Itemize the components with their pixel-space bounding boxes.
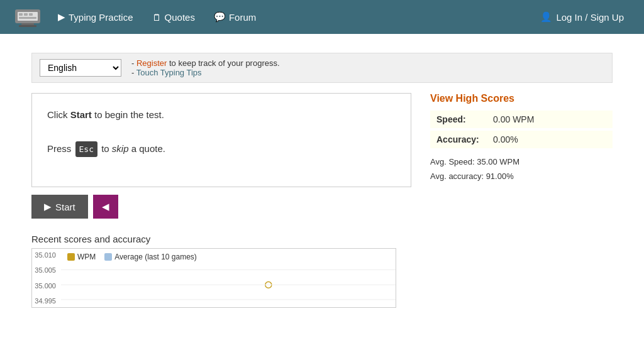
svg-rect-5: [19, 17, 36, 19]
nav-quotes[interactable]: 🗒 Quotes: [145, 8, 203, 26]
back-button[interactable]: ◀: [93, 195, 118, 219]
view-high-scores-link[interactable]: View High Scores: [430, 93, 613, 104]
legend-wpm-color: [67, 253, 75, 261]
accuracy-row: Accuracy: 0.00%: [430, 131, 613, 148]
y-label-2: 35.000: [35, 282, 58, 290]
chart-plot: WPM Average (last 10 games): [61, 249, 396, 307]
legend-wpm: WPM: [67, 253, 96, 261]
chart-container: 35.010 35.005 35.000 34.995 WPM: [31, 248, 396, 308]
avg-scores: Avg. Speed: 35.00 WPM Avg. accuracy: 91.…: [430, 155, 613, 184]
register-link[interactable]: Register: [136, 58, 167, 68]
tips-line: - Touch Typing Tips: [131, 68, 280, 77]
accuracy-label: Accuracy:: [436, 134, 493, 144]
doc-icon: 🗒: [152, 12, 162, 23]
two-col-layout: Click Start to begin the test. Press Esc…: [31, 93, 613, 308]
instruction-line-1: Click Start to begin the test.: [47, 106, 396, 123]
touch-typing-tips-link[interactable]: Touch Typing Tips: [136, 68, 202, 77]
scores-panel: View High Scores Speed: 0.00 WPM Accurac…: [430, 93, 613, 184]
speed-label: Speed:: [436, 114, 493, 124]
svg-rect-7: [19, 25, 36, 27]
instruction-line-2: Press Esc to skip a quote.: [47, 140, 396, 157]
nav-typing-practice[interactable]: ▶ Typing Practice: [50, 8, 141, 26]
play-icon: ▶: [58, 11, 65, 23]
chart-title: Recent scores and accuracy: [31, 234, 411, 244]
typing-box: Click Start to begin the test. Press Esc…: [31, 93, 411, 187]
back-icon: ◀: [102, 201, 109, 212]
main-content: English - Register to keep track of your…: [0, 34, 644, 320]
svg-rect-3: [24, 13, 28, 16]
register-line: - Register to keep track of your progres…: [131, 58, 280, 68]
speed-row: Speed: 0.00 WPM: [430, 111, 613, 128]
y-label-1: 35.005: [35, 266, 58, 274]
start-play-icon: ▶: [44, 201, 52, 212]
language-select[interactable]: English: [40, 59, 121, 77]
esc-key: Esc: [75, 141, 97, 157]
svg-rect-2: [19, 13, 23, 16]
legend-avg-color: [104, 253, 112, 261]
lang-info: - Register to keep track of your progres…: [131, 58, 280, 77]
typing-area: Click Start to begin the test. Press Esc…: [31, 93, 411, 308]
y-label-3: 34.995: [35, 297, 58, 305]
speed-value: 0.00 WPM: [493, 114, 534, 124]
chart-section: Recent scores and accuracy 35.010 35.005…: [31, 234, 411, 308]
button-row: ▶ Start ◀: [31, 195, 411, 219]
y-label-0: 35.010: [35, 251, 58, 259]
nav-logo: [13, 4, 50, 30]
accuracy-value: 0.00%: [493, 134, 518, 144]
y-axis: 35.010 35.005 35.000 34.995: [32, 249, 61, 307]
login-button[interactable]: 👤 Log In / Sign Up: [533, 8, 631, 26]
navbar: ▶ Typing Practice 🗒 Quotes 💬 Forum 👤 Log…: [0, 0, 644, 34]
avg-speed-text: Avg. Speed: 35.00 WPM: [430, 155, 613, 169]
chat-icon: 💬: [214, 11, 226, 23]
legend-avg: Average (last 10 games): [104, 253, 197, 261]
svg-rect-4: [29, 13, 33, 16]
start-button[interactable]: ▶ Start: [31, 195, 88, 219]
chart-svg: [61, 263, 396, 307]
language-bar: English - Register to keep track of your…: [31, 53, 613, 83]
nav-links: ▶ Typing Practice 🗒 Quotes 💬 Forum: [50, 8, 533, 26]
avg-accuracy-text: Avg. accuracy: 91.00%: [430, 169, 613, 183]
nav-right: 👤 Log In / Sign Up: [533, 8, 631, 26]
user-icon: 👤: [540, 11, 552, 23]
nav-forum[interactable]: 💬 Forum: [206, 8, 264, 26]
